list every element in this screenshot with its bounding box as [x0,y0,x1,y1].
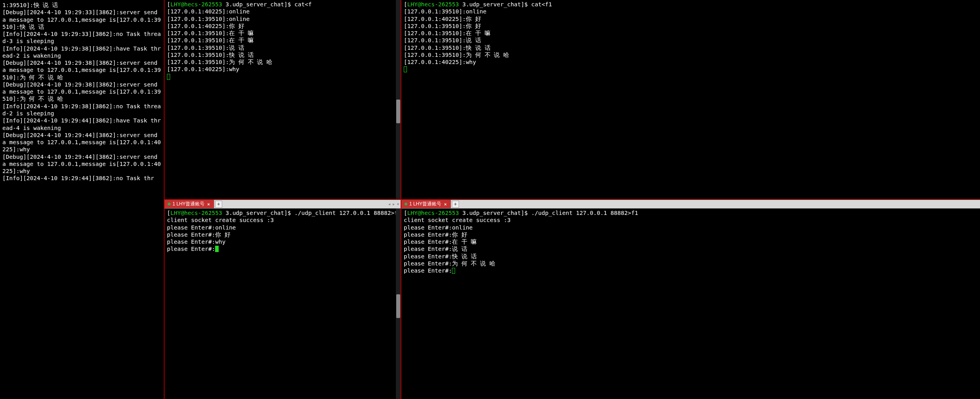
server-log-output: 1:39510]:快 说 话[Debug][2024-4-10 19:29:33… [2,2,161,182]
terminal-line: [Debug][2024-4-10 19:29:38][3862]:server… [2,81,161,103]
bottom-row: 1 LHY普通账号 × + ◂ ▸ ▾ [LHY@hecs-262553 3.u… [165,200,980,399]
tab-label: 1 LHY普通账号 [172,201,204,207]
terminal-line: [Info][2024-4-10 19:29:44][3862]:no Task… [2,175,161,182]
status-dot-icon [168,203,171,205]
cursor-icon [452,268,455,274]
tab-nav-arrows: ◂ ▸ ▾ [388,200,400,208]
terminal-line: [127.0.0.1:40225]:online [167,8,398,15]
tabbar: 1 LHY普通账号 × + ◂ ▸ ▾ [165,200,401,209]
terminal-line: [127.0.0.1:39510]:在 干 嘛 [404,30,978,37]
terminal-output-client-left[interactable]: [LHY@hecs-262553 3.udp_server_chat]$ ./u… [165,209,401,399]
pane-cat-f: [LHY@hecs-262553 3.udp_server_chat]$ cat… [165,0,401,199]
terminal-line: [127.0.0.1:39510]:在 干 嘛 [167,37,398,44]
top-row: [LHY@hecs-262553 3.udp_server_chat]$ cat… [165,0,980,200]
terminal-line: client socket create success :3 [404,216,978,224]
terminal-line: [Debug][2024-4-10 19:29:44][3862]:server… [2,132,161,153]
tab-session[interactable]: 1 LHY普通账号 × [165,200,214,208]
terminal-line: please Enter#:online [167,224,398,231]
scrollbar-thumb[interactable] [396,100,400,123]
terminal-line: [127.0.0.1:40225]:why [404,58,978,66]
terminal-line: [127.0.0.1:40225]:你 好 [404,15,978,23]
terminal-line: please Enter#:快 说 话 [404,253,978,260]
terminal-line: [Debug][2024-4-10 19:29:44][3862]:server… [2,153,161,175]
new-tab-button[interactable]: + [215,201,222,208]
terminal-line: please Enter#:说 话 [404,245,978,252]
terminal-line: client socket create success :3 [167,216,398,224]
scrollbar-thumb[interactable] [396,294,400,318]
terminal-line: please Enter#:online [404,224,978,231]
terminal-line: [Info][2024-4-10 19:29:33][3862]:no Task… [2,30,161,45]
terminal-line: [127.0.0.1:39510]:快 说 话 [167,51,398,58]
terminal-line: please Enter#:你 好 [404,231,978,238]
terminal-line: please Enter#:在 干 嘛 [404,238,978,245]
terminal-line: please Enter#:为 何 不 说 哈 [404,260,978,267]
terminal-line: [Info][2024-4-10 19:29:38][3862]:no Task… [2,103,161,117]
terminal-line: [127.0.0.1:39510]:为 何 不 说 哈 [167,58,398,66]
pane-client-left: 1 LHY普通账号 × + ◂ ▸ ▾ [LHY@hecs-262553 3.u… [165,200,401,399]
pane-server-log: 1:39510]:快 说 话[Debug][2024-4-10 19:29:33… [0,0,165,399]
prev-tab-icon[interactable]: ◂ [388,202,391,206]
terminal-output-client-right[interactable]: [LHY@hecs-262553 3.udp_server_chat]$ ./u… [401,209,980,399]
terminal-line: [127.0.0.1:40225]:你 好 [167,23,398,30]
terminal-line: [127.0.0.1:39510]:在 干 嘛 [167,30,398,37]
tab-session[interactable]: 1 LHY普通账号 × [401,200,451,208]
cursor-icon [404,66,407,72]
terminal-line: [127.0.0.1:40225]:why [167,66,398,73]
pane-client-right: 1 LHY普通账号 × + [LHY@hecs-262553 3.udp_ser… [401,200,980,399]
scrollbar[interactable] [396,209,401,399]
terminal-line: [127.0.0.1:39510]:说 话 [167,44,398,51]
pane-cat-f1: [LHY@hecs-262553 3.udp_server_chat]$ cat… [401,0,980,199]
status-dot-icon [405,203,407,205]
terminal-line: [Info][2024-4-10 19:29:44][3862]:have Ta… [2,117,161,132]
terminal-line: [127.0.0.1:39510]:online [167,15,398,23]
tab-dropdown-icon[interactable]: ▾ [396,202,400,206]
terminal-line: please Enter#: [404,267,978,274]
terminal-line: please Enter#: [167,245,398,252]
close-icon[interactable]: × [443,202,447,207]
close-icon[interactable]: × [206,202,210,207]
cursor-icon [215,246,219,252]
terminal-line: [Debug][2024-4-10 19:29:33][3862]:server… [2,9,161,30]
tab-label: 1 LHY普通账号 [409,201,441,207]
new-tab-button[interactable]: + [452,201,459,208]
tabbar: 1 LHY普通账号 × + [401,200,980,209]
terminal-line: [Debug][2024-4-10 19:29:38][3862]:server… [2,59,161,81]
terminal-line: [127.0.0.1:39510]:你 好 [404,23,978,30]
terminal-line: please Enter#:你 好 [167,231,398,238]
terminal-line: 1:39510]:快 说 话 [2,2,161,9]
right-column: [LHY@hecs-262553 3.udp_server_chat]$ cat… [165,0,980,399]
terminal-line: [127.0.0.1:39510]:online [404,8,978,15]
terminal-line: [127.0.0.1:39510]:说 话 [404,37,978,44]
terminal-output-cat-f1[interactable]: [LHY@hecs-262553 3.udp_server_chat]$ cat… [401,0,980,199]
terminal-line: [127.0.0.1:39510]:为 何 不 说 哈 [404,51,978,58]
scrollbar[interactable] [396,0,401,199]
cursor-icon [167,74,170,80]
terminal-line: [Info][2024-4-10 19:29:38][3862]:have Ta… [2,45,161,60]
terminal-line: [127.0.0.1:39510]:快 说 话 [404,44,978,51]
root-layout: 1:39510]:快 说 话[Debug][2024-4-10 19:29:33… [0,0,980,399]
terminal-line: please Enter#:why [167,238,398,245]
next-tab-icon[interactable]: ▸ [392,202,395,206]
terminal-output-cat-f[interactable]: [LHY@hecs-262553 3.udp_server_chat]$ cat… [165,0,401,199]
